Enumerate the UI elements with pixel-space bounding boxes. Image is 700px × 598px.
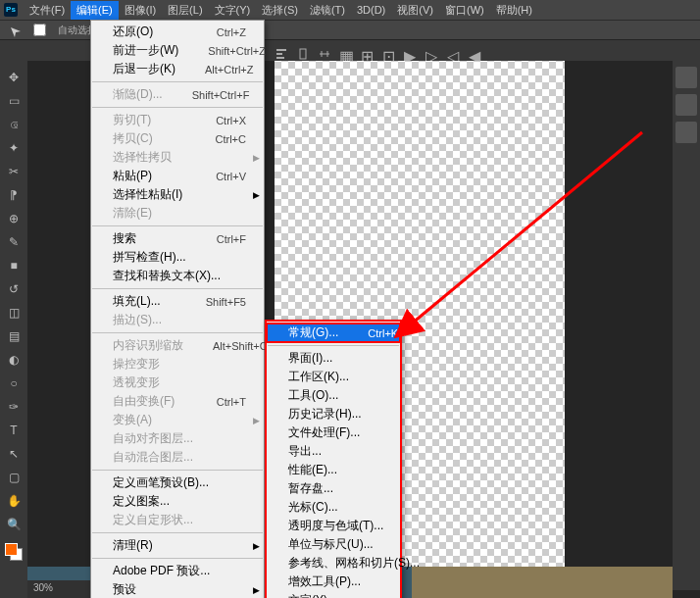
menu-file[interactable]: 文件(F) [24, 1, 71, 20]
menu-item[interactable]: 暂存盘... [267, 479, 400, 498]
menu-item[interactable]: 界面(I)... [267, 349, 400, 368]
menu-item[interactable]: 导出... [267, 442, 400, 461]
menu-item[interactable]: 参考线、网格和切片(S)... [267, 554, 400, 573]
marquee-tool[interactable]: ▭ [3, 90, 25, 112]
shape-tool[interactable]: ▢ [3, 467, 25, 488]
menu-window[interactable]: 窗口(W) [439, 1, 490, 20]
arrange-icon[interactable]: ▶ [404, 47, 418, 61]
type-tool[interactable]: T [3, 420, 25, 441]
menu-item: 清除(E) [91, 204, 264, 223]
zoom-level[interactable]: 30% [33, 582, 53, 593]
menu-separator [92, 470, 263, 471]
menu-separator [92, 558, 263, 559]
menu-item[interactable]: 常规(G)...Ctrl+K [267, 324, 400, 342]
blur-tool[interactable]: ◐ [3, 349, 25, 371]
svg-rect-1 [276, 53, 282, 55]
arrange-icon-2[interactable]: ▷ [425, 47, 439, 61]
menu-item[interactable]: 工具(O)... [267, 386, 400, 405]
menu-item[interactable]: 光标(C)... [267, 498, 400, 517]
menu-item[interactable]: 单位与标尺(U)... [267, 535, 400, 554]
menu-item-label: 透明度与色域(T)... [288, 518, 383, 534]
color-swatch[interactable] [5, 543, 23, 561]
menu-item-label: 暂存盘... [288, 480, 333, 497]
menu-shortcut: Alt+Ctrl+Z [205, 64, 254, 75]
menu-image[interactable]: 图像(I) [119, 1, 162, 20]
pen-tool[interactable]: ✑ [3, 396, 25, 418]
auto-select-checkbox[interactable] [33, 24, 46, 36]
panel-icon-1[interactable] [675, 67, 697, 88]
wand-tool[interactable]: ✦ [3, 137, 25, 159]
dodge-tool[interactable]: ○ [3, 373, 25, 394]
eyedropper-tool[interactable]: ⁋ [3, 184, 25, 206]
menu-item[interactable]: 选择性粘贴(I)▶ [91, 185, 264, 204]
menu-layer[interactable]: 图层(L) [162, 1, 208, 20]
menu-item-label: 变换(A) [113, 412, 152, 428]
menu-shortcut: Ctrl+C [216, 133, 246, 145]
brush-tool[interactable]: ✎ [3, 231, 25, 253]
menu-item[interactable]: 还原(O)Ctrl+Z [91, 23, 264, 41]
menu-item[interactable]: 定义画笔预设(B)... [91, 473, 264, 492]
menu-item: 描边(S)... [91, 311, 264, 329]
menu-item[interactable]: 工作区(K)... [267, 368, 400, 386]
arrange-icon-3[interactable]: ◁ [447, 47, 461, 61]
menu-item-label: 界面(I)... [288, 350, 332, 367]
submenu-arrow-icon: ▶ [253, 541, 260, 551]
mode-icon[interactable]: ⊞ [361, 47, 375, 61]
menu-item[interactable]: 后退一步(K)Alt+Ctrl+Z [91, 60, 264, 78]
mode-icon-2[interactable]: ⊡ [382, 47, 396, 61]
menu-filter[interactable]: 滤镜(T) [304, 1, 351, 20]
menu-item[interactable]: 文件处理(F)... [267, 424, 400, 442]
menu-view[interactable]: 视图(V) [391, 1, 439, 20]
menu-item-label: 清理(R) [113, 537, 153, 554]
arrange-icon-4[interactable]: ◀ [469, 47, 482, 61]
align-icon[interactable] [275, 47, 288, 61]
menu-item[interactable]: 前进一步(W)Shift+Ctrl+Z [91, 41, 264, 60]
panel-icon-2[interactable] [675, 94, 697, 116]
menu-item[interactable]: 定义图案... [91, 492, 264, 511]
gradient-tool[interactable]: ▤ [3, 325, 25, 347]
healing-tool[interactable]: ⊕ [3, 208, 25, 229]
lasso-tool[interactable]: ⟃ [3, 114, 25, 135]
right-panel-rail [673, 61, 700, 590]
foreground-color-swatch[interactable] [5, 543, 18, 556]
distribute-icon-2[interactable]: ▦ [339, 47, 353, 61]
panel-icon-3[interactable] [675, 122, 697, 143]
eraser-tool[interactable]: ◫ [3, 302, 25, 324]
hand-tool[interactable]: ✋ [3, 490, 25, 512]
menu-item[interactable]: 粘贴(P)Ctrl+V [91, 167, 264, 185]
menu-item[interactable]: 预设▶ [91, 580, 264, 598]
stamp-tool[interactable]: ■ [3, 255, 25, 276]
menu-select[interactable]: 选择(S) [256, 1, 304, 20]
menu-item[interactable]: 拼写检查(H)... [91, 248, 264, 267]
menu-help[interactable]: 帮助(H) [490, 1, 538, 20]
menu-item[interactable]: 填充(L)...Shift+F5 [91, 292, 264, 311]
menu-item-label: 内容识别缩放 [113, 337, 183, 354]
menu-item-label: 自动混合图层... [113, 449, 193, 466]
path-tool[interactable]: ↖ [3, 443, 25, 465]
menu-type[interactable]: 文字(Y) [209, 1, 257, 20]
move-tool[interactable]: ✥ [3, 67, 25, 88]
zoom-tool[interactable]: 🔍 [3, 514, 25, 535]
crop-tool[interactable]: ✂ [3, 161, 25, 182]
menu-item[interactable]: 查找和替换文本(X)... [91, 267, 264, 285]
menu-item: 内容识别缩放Alt+Shift+Ctrl+C [91, 336, 264, 355]
menu-item[interactable]: 增效工具(P)... [267, 573, 400, 591]
menu-item-label: 性能(E)... [288, 462, 337, 478]
menu-item[interactable]: 搜索Ctrl+F [91, 229, 264, 248]
submenu-arrow-icon: ▶ [253, 416, 260, 425]
distribute-icon[interactable] [318, 47, 331, 61]
align-icon-2[interactable] [296, 47, 310, 61]
menu-shortcut: Ctrl+F [217, 233, 246, 245]
menu-item[interactable]: 性能(E)... [267, 461, 400, 479]
menu-item[interactable]: 清理(R)▶ [91, 536, 264, 555]
menu-item[interactable]: 历史记录(H)... [267, 405, 400, 424]
menu-3d[interactable]: 3D(D) [351, 2, 391, 18]
menu-separator [92, 532, 263, 533]
menu-edit[interactable]: 编辑(E) [71, 1, 119, 20]
menu-item-label: 后退一步(K) [113, 61, 175, 77]
menu-item[interactable]: 透明度与色域(T)... [267, 517, 400, 535]
history-brush-tool[interactable]: ↺ [3, 278, 25, 300]
menu-item[interactable]: 文字(Y)... [267, 591, 400, 598]
menu-item[interactable]: Adobe PDF 预设... [91, 562, 264, 580]
menu-shortcut: Shift+Ctrl+F [192, 89, 250, 101]
